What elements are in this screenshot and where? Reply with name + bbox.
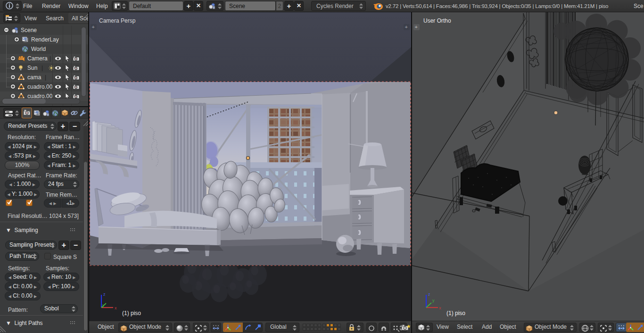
svg-text:z: z <box>428 292 430 297</box>
svg-text:y: y <box>432 298 435 303</box>
svg-text:x: x <box>115 306 117 310</box>
svg-text:+: + <box>405 24 408 30</box>
svg-text:User Ortho: User Ortho <box>423 17 451 24</box>
svg-text:Camera Persp: Camera Persp <box>99 17 136 24</box>
svg-text:+: + <box>92 24 95 30</box>
svg-text:x: x <box>439 306 441 310</box>
svg-text:z: z <box>103 292 106 297</box>
svg-text:(1) piso: (1) piso <box>122 310 141 316</box>
svg-text:+: + <box>415 24 418 30</box>
svg-text:(1) piso: (1) piso <box>446 310 465 316</box>
svg-text:y: y <box>102 303 105 308</box>
